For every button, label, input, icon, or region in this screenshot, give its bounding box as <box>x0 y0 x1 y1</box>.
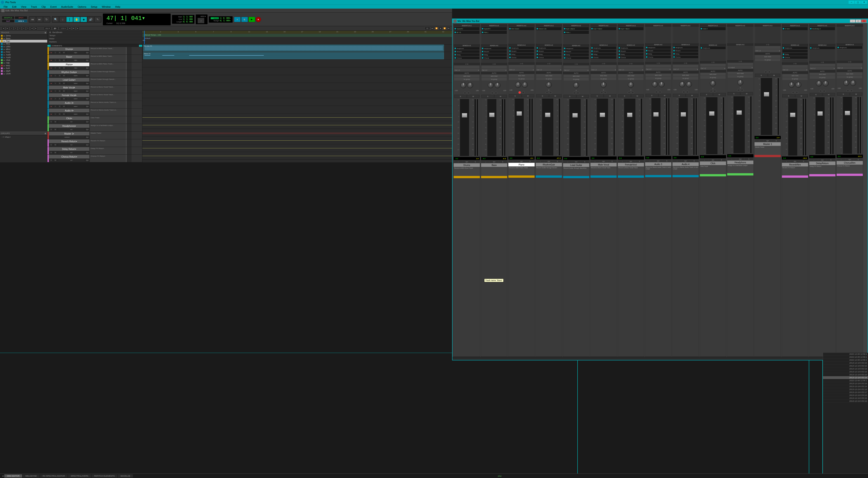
channel-mute-button[interactable]: M <box>494 95 507 98</box>
pan-knob-r[interactable] <box>659 81 664 87</box>
fader-track[interactable] <box>597 98 608 155</box>
channel-record-button[interactable] <box>464 92 466 94</box>
sends-empty[interactable] <box>482 60 507 62</box>
fader-track[interactable] <box>651 98 660 155</box>
track-solo-button[interactable]: S <box>58 97 62 100</box>
send-slot[interactable]: Reverb <box>591 50 616 53</box>
tracks-list-item[interactable]: ▶LdGt <box>0 45 47 48</box>
mix-minimize-button[interactable]: ─ <box>850 20 855 23</box>
channel-name[interactable]: ChorusRtrn <box>837 161 863 165</box>
edit-window-header[interactable]: Edit: We Miss You But <box>0 8 452 13</box>
channel-solo-button[interactable]: S <box>454 95 467 98</box>
output-selector[interactable]: Out 1-2 ♦ <box>509 68 534 71</box>
send-slot[interactable]: Delay <box>618 53 644 56</box>
auto-mode[interactable]: auto read <box>727 72 753 74</box>
tab-midi-editor[interactable]: MIDI EDITOR <box>4 474 22 478</box>
lower-panel-3[interactable] <box>809 353 823 474</box>
channel-name[interactable]: Male Vocal <box>590 163 617 167</box>
tab-melodyne[interactable]: MELODYNE <box>23 474 39 478</box>
group-selector[interactable]: no group <box>782 77 808 80</box>
tracks-list-item[interactable]: ▶Aud3 <box>0 53 47 56</box>
channel-record-button[interactable] <box>819 90 822 92</box>
channel-name[interactable]: Master 1 <box>754 142 781 146</box>
link-toggle[interactable]: ⇄ <box>72 27 75 30</box>
lower-panel-2[interactable] <box>578 353 809 474</box>
insert-slot[interactable]: XpandF2 <box>454 27 479 30</box>
tracks-list-item[interactable]: ▶ChrR <box>0 72 47 75</box>
send-slot[interactable]: Reverb <box>454 50 479 53</box>
sends-empty[interactable] <box>646 59 671 61</box>
pan-knob-l[interactable] <box>460 82 466 88</box>
input-selector[interactable] <box>618 65 644 68</box>
pan-knob-l[interactable] <box>789 82 795 88</box>
output-selector[interactable]: Out 1-2 ♦ <box>782 68 808 71</box>
mix-scrollbar[interactable] <box>453 357 868 360</box>
send-slot[interactable]: Chorus <box>482 57 507 59</box>
track-record-button[interactable]: ● <box>49 51 53 54</box>
track-solo-button[interactable]: S <box>58 59 62 62</box>
send-slot[interactable]: Hedphons <box>810 47 835 49</box>
timestamp-item[interactable]: 2013-12-19 8:53:16 <box>823 362 868 364</box>
group-selector[interactable]: no group <box>646 77 671 80</box>
dyn-label[interactable]: dyn <box>599 160 608 162</box>
track-solo-button[interactable]: S <box>58 74 62 77</box>
track-input-button[interactable]: I <box>53 74 57 77</box>
menu-event[interactable]: Event <box>48 5 59 8</box>
channel-comment[interactable]: Reverb FX Return <box>782 167 808 176</box>
insert-empty[interactable] <box>673 27 698 43</box>
dyn-down-icon[interactable]: ↓ <box>646 159 654 162</box>
menu-window[interactable]: Window <box>99 5 113 8</box>
volume-readout[interactable]: 0.0 <box>783 157 786 159</box>
meter-ruler-label[interactable]: Meter <box>49 37 55 40</box>
dyn-label[interactable]: dyn <box>709 158 717 161</box>
spot-mode-button[interactable]: SPOT <box>15 16 27 19</box>
send-slot[interactable]: Delay <box>646 53 671 55</box>
track-name[interactable]: Reverb Return▾ <box>49 140 89 143</box>
track-mute-button[interactable]: M <box>62 74 66 77</box>
auto-mode[interactable]: auto read <box>618 74 644 77</box>
fader-track[interactable] <box>815 97 825 154</box>
channel-input-button[interactable] <box>713 90 716 92</box>
channel-record-button[interactable] <box>792 91 795 94</box>
track-vol-selector[interactable]: volume <box>49 136 85 139</box>
track-lane[interactable] <box>143 75 452 83</box>
track-dyn-button[interactable]: dyn <box>85 89 89 92</box>
dyn-label[interactable]: dyn <box>764 139 772 142</box>
shuffle-mode-button[interactable]: SHUFFLE <box>2 16 14 19</box>
insert-empty[interactable] <box>591 31 616 43</box>
nudge-value[interactable]: 0| 1| 000▾ <box>220 20 230 22</box>
pan-knob-r[interactable] <box>823 81 829 86</box>
send-slot[interactable]: Hedphons <box>700 47 725 49</box>
sends-empty[interactable] <box>563 60 589 62</box>
auto-mode[interactable]: auto read <box>536 74 561 77</box>
insert-empty[interactable] <box>727 27 753 43</box>
channel-solo-button[interactable]: S <box>509 94 522 97</box>
send-slot[interactable]: Chorus <box>618 56 644 59</box>
timestamp-item[interactable]: 2013-12-19 8:53:16 <box>823 364 868 367</box>
dyn-down-icon[interactable]: ↓ <box>509 160 517 162</box>
send-slot[interactable]: Hedphons <box>782 47 808 49</box>
send-slot-empty[interactable] <box>782 50 808 53</box>
tracks-list-item[interactable]: ▶Drms <box>0 34 47 37</box>
timestamp-item[interactable]: 2022-12-08 12:56:1 <box>823 359 868 362</box>
insert-slot[interactable]: BF-76 <box>454 31 479 34</box>
pan-knob-r[interactable] <box>467 82 473 88</box>
channel-comment[interactable]: Record a MIDI Piano Track <box>508 167 535 176</box>
send-slot[interactable]: Chorus <box>509 56 534 59</box>
dyn-send-icon[interactable]: ⎘ <box>526 160 534 162</box>
track-dyn-button[interactable]: dyn <box>85 112 89 116</box>
pan-knob-r[interactable] <box>850 80 856 86</box>
track-solo-button[interactable]: S <box>58 82 62 85</box>
pan-knob[interactable] <box>600 82 607 88</box>
tracks-list-item[interactable]: ▶Mst1 <box>0 64 47 67</box>
sixteenth-dropdown[interactable]: 1/16 ▾ <box>59 27 67 30</box>
dyn-down-icon[interactable]: ↓ <box>536 160 545 162</box>
send-slot[interactable]: Delay <box>482 53 507 56</box>
send-slot[interactable]: Chorus <box>646 56 671 58</box>
track-solo-button[interactable]: S <box>49 151 53 154</box>
menu-options[interactable]: Options <box>75 5 89 8</box>
insert-slot[interactable]: Eleven Lite <box>536 27 561 30</box>
channel-input-button[interactable] <box>631 91 634 94</box>
automation-line[interactable] <box>143 156 452 156</box>
track-view-selector[interactable]: clips <box>66 66 85 69</box>
